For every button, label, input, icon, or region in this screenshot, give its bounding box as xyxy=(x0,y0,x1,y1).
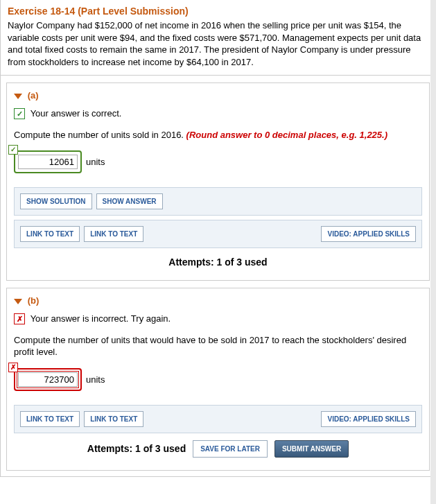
x-icon: ✗ xyxy=(14,313,25,324)
submit-answer-button[interactable]: SUBMIT ANSWER xyxy=(274,440,349,458)
link-to-text-button[interactable]: LINK TO TEXT xyxy=(20,226,80,242)
check-icon: ✓ xyxy=(8,145,18,155)
part-b-attempts: Attempts: 1 of 3 used xyxy=(87,443,186,454)
part-b: (b) ✗ Your answer is incorrect. Try agai… xyxy=(6,288,430,471)
part-a-answer-input[interactable] xyxy=(18,155,78,169)
video-button[interactable]: VIDEO: APPLIED SKILLS xyxy=(321,226,416,242)
units-label: units xyxy=(86,374,105,385)
part-a-status-text: Your answer is correct. xyxy=(30,108,122,119)
caret-down-icon xyxy=(14,299,22,304)
scrollbar[interactable] xyxy=(430,0,436,477)
part-a-answer-row: ✓ units xyxy=(14,150,422,173)
part-a-label: (a) xyxy=(28,90,39,101)
link-to-text-button[interactable]: LINK TO TEXT xyxy=(84,411,143,427)
part-b-footer: Attempts: 1 of 3 used SAVE FOR LATER SUB… xyxy=(14,440,422,458)
part-a-header[interactable]: (a) xyxy=(14,90,422,101)
part-b-label: (b) xyxy=(28,295,40,306)
exercise-prompt: Naylor Company had $152,000 of net incom… xyxy=(8,19,428,68)
part-b-status: ✗ Your answer is incorrect. Try again. xyxy=(14,313,422,324)
part-a-attempts: Attempts: 1 of 3 used xyxy=(14,257,422,268)
video-button[interactable]: VIDEO: APPLIED SKILLS xyxy=(321,411,416,427)
part-b-answer-input[interactable] xyxy=(18,372,78,387)
part-b-status-text: Your answer is incorrect. Try again. xyxy=(30,313,171,324)
part-a-buttonbar-1: SHOW SOLUTION SHOW ANSWER xyxy=(14,187,422,216)
part-b-question: Compute the number of units that would h… xyxy=(14,334,422,358)
part-b-answer-row: ✗ units xyxy=(14,368,422,391)
rounding-note: (Round answer to 0 decimal places, e.g. … xyxy=(186,130,387,140)
answer-wrap-incorrect: ✗ xyxy=(14,368,82,391)
exercise-header: Exercise 18-14 (Part Level Submission) N… xyxy=(1,0,435,76)
link-to-text-button[interactable]: LINK TO TEXT xyxy=(84,226,143,242)
exercise-title: Exercise 18-14 (Part Level Submission) xyxy=(8,6,428,17)
check-icon: ✓ xyxy=(14,108,25,119)
part-a-question: Compute the number of units sold in 2016… xyxy=(14,129,422,141)
x-icon: ✗ xyxy=(8,363,18,372)
part-b-buttonbar: LINK TO TEXT LINK TO TEXT VIDEO: APPLIED… xyxy=(14,405,422,433)
part-a-status: ✓ Your answer is correct. xyxy=(14,107,422,119)
answer-wrap-correct: ✓ xyxy=(14,150,82,173)
part-a-question-text: Compute the number of units sold in 2016… xyxy=(14,130,186,140)
units-label: units xyxy=(86,157,105,167)
part-b-header[interactable]: (b) xyxy=(14,295,422,306)
part-a-buttonbar-2: LINK TO TEXT LINK TO TEXT VIDEO: APPLIED… xyxy=(14,220,422,248)
show-answer-button[interactable]: SHOW ANSWER xyxy=(96,193,163,209)
link-to-text-button[interactable]: LINK TO TEXT xyxy=(20,411,80,427)
caret-down-icon xyxy=(14,94,22,99)
part-a: (a) ✓ Your answer is correct. Compute th… xyxy=(6,82,430,281)
show-solution-button[interactable]: SHOW SOLUTION xyxy=(20,193,92,209)
save-for-later-button[interactable]: SAVE FOR LATER xyxy=(193,440,268,458)
